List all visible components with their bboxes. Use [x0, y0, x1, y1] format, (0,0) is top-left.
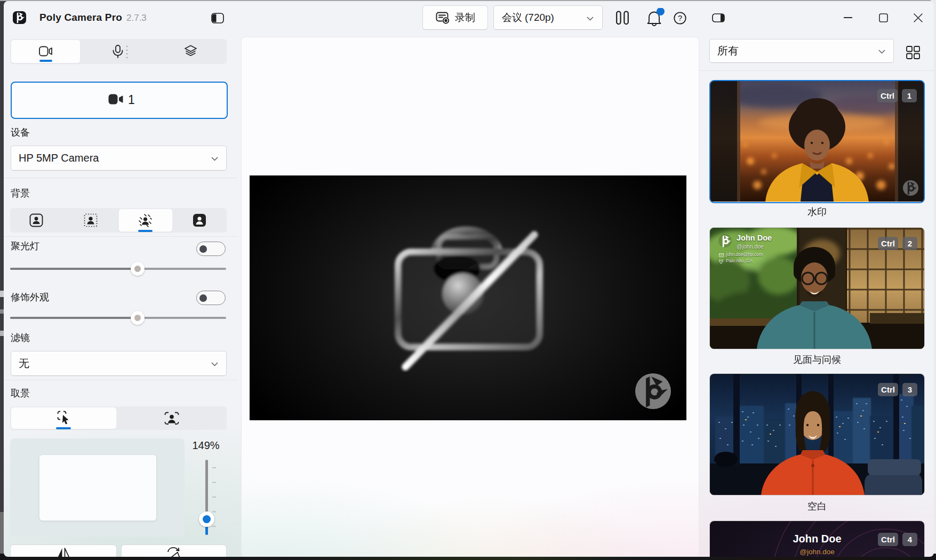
svg-text:?: ? [678, 14, 682, 22]
